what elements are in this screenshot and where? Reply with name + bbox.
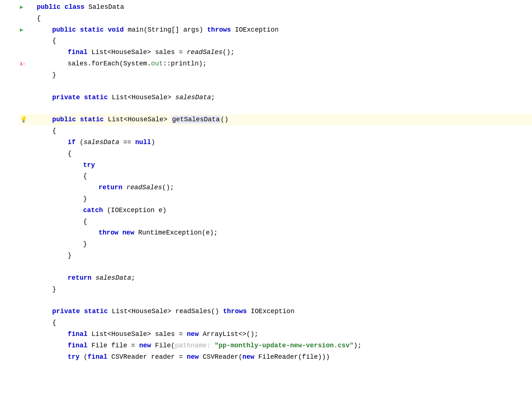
code-line: { [18, 125, 532, 137]
line-content: } [37, 250, 532, 261]
code-line [18, 81, 532, 92]
line-content: } [37, 70, 532, 80]
code-line: return salesData; [18, 272, 532, 284]
code-line: final List<HouseSale> sales = readSales(… [18, 47, 532, 58]
code-line: ▶public class SalesData [18, 1, 532, 13]
bulb-icon[interactable]: 💡 [20, 115, 27, 125]
code-line: final List<HouseSale> sales = new ArrayL… [18, 329, 532, 340]
line-content: { [37, 36, 532, 46]
line-content: { [37, 13, 532, 24]
code-line: } [18, 69, 532, 81]
code-line: if (salesData == null) [18, 137, 532, 148]
code-line: try [18, 160, 532, 171]
code-line [18, 103, 532, 114]
line-content: private static List<HouseSale> salesData… [37, 92, 532, 103]
line-gutter: 💡 [18, 115, 37, 125]
code-line: { [18, 13, 532, 24]
code-line: { [18, 171, 532, 182]
code-editor: ▶public class SalesData{▶public static v… [0, 0, 532, 394]
line-content: sales.forEach(System.out::println); [37, 58, 532, 69]
line-content: { [37, 171, 532, 182]
line-content: final List<HouseSale> sales = new ArrayL… [37, 329, 532, 340]
code-line: final File file = new File(pathname: "pp… [18, 340, 532, 351]
code-line: } [18, 239, 532, 250]
line-content: return salesData; [37, 273, 532, 283]
bookmark-icon: λ↑ [20, 61, 26, 68]
line-content: { [37, 318, 532, 328]
line-content: try [37, 160, 532, 171]
line-content: return readSales(); [37, 182, 532, 193]
line-content: final List<HouseSale> sales = readSales(… [37, 47, 532, 58]
line-content: catch (IOException e) [37, 205, 532, 216]
line-content: public class SalesData [37, 2, 532, 12]
code-line: { [18, 216, 532, 228]
run-arrow-icon[interactable]: ▶ [20, 26, 24, 35]
line-content: { [37, 126, 532, 136]
code-line: λ↑sales.forEach(System.out::println); [18, 58, 532, 69]
line-content: if (salesData == null) [37, 137, 532, 148]
line-gutter: ▶ [18, 26, 37, 35]
code-line: ▶public static void main(String[] args) … [18, 24, 532, 36]
code-line: throw new RuntimeException(e); [18, 227, 532, 239]
line-content: public static void main(String[] args) t… [37, 25, 532, 35]
code-line: { [18, 148, 532, 160]
code-line [18, 261, 532, 272]
code-line: } [18, 284, 532, 295]
line-gutter: λ↑ [18, 61, 37, 68]
code-line [18, 295, 532, 306]
line-gutter: ▶ [18, 3, 37, 12]
line-content: { [37, 216, 532, 227]
line-content: throw new RuntimeException(e); [37, 228, 532, 238]
run-arrow-icon[interactable]: ▶ [20, 3, 24, 12]
code-line: { [18, 317, 532, 329]
code-line: try (final CSVReader reader = new CSVRea… [18, 351, 532, 363]
code-line: catch (IOException e) [18, 205, 532, 216]
code-line: return readSales(); [18, 182, 532, 193]
code-line: private static List<HouseSale> readSales… [18, 306, 532, 317]
code-line: private static List<HouseSale> salesData… [18, 92, 532, 103]
line-content: } [37, 194, 532, 204]
line-content: { [37, 148, 532, 159]
code-content: ▶public class SalesData{▶public static v… [18, 0, 532, 364]
line-content: try (final CSVReader reader = new CSVRea… [37, 352, 532, 362]
line-content: } [37, 284, 532, 295]
code-line: { [18, 35, 532, 47]
line-content: private static List<HouseSale> readSales… [37, 306, 532, 317]
code-line: } [18, 193, 532, 205]
line-content: final File file = new File(pathname: "pp… [37, 340, 532, 351]
code-line: 💡public static List<HouseSale> getSalesD… [18, 114, 532, 125]
line-content: } [37, 239, 532, 250]
line-content: public static List<HouseSale> getSalesDa… [37, 114, 532, 125]
code-line: } [18, 250, 532, 261]
